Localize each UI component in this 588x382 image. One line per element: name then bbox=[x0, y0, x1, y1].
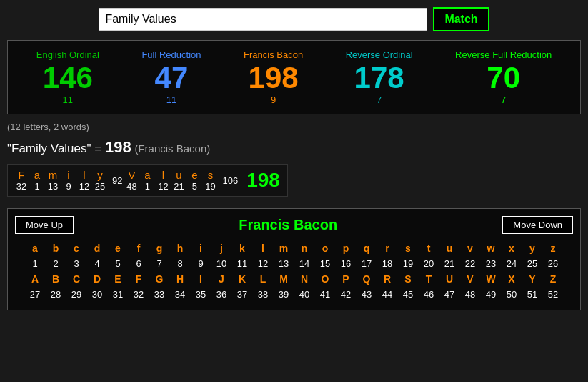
kb-cell: B bbox=[46, 272, 66, 286]
kb-cell: 2 bbox=[46, 257, 66, 270]
kb-cell: 18 bbox=[377, 257, 398, 270]
stat-value-full-reduction: 47 bbox=[141, 63, 201, 93]
letter-num: 5 bbox=[188, 181, 201, 192]
stat-label-francis-bacon: Francis Bacon bbox=[244, 49, 303, 60]
kb-cell: 48 bbox=[460, 288, 481, 301]
kb-cell: F bbox=[129, 272, 149, 286]
move-down-button[interactable]: Move Down bbox=[502, 216, 573, 234]
letter-group: a1 bbox=[141, 169, 154, 192]
kb-cell: 3 bbox=[66, 257, 87, 270]
kb-cell: 14 bbox=[294, 257, 315, 270]
kb-cell: M bbox=[274, 272, 294, 286]
kb-cell: 44 bbox=[377, 288, 398, 301]
kb-cell: n bbox=[294, 241, 315, 255]
kb-cell: k bbox=[232, 241, 253, 255]
stat-sub-francis-bacon: 9 bbox=[244, 94, 303, 105]
kb-cell: 7 bbox=[149, 257, 170, 270]
letter-char: u bbox=[172, 169, 185, 181]
letter-group: l12 bbox=[156, 169, 169, 192]
kb-cell: q bbox=[357, 241, 377, 255]
search-input[interactable] bbox=[99, 8, 427, 31]
keyboard-section: Move Up Francis Bacon Move Down abcdefgh… bbox=[7, 208, 581, 310]
kb-cell: Q bbox=[357, 272, 377, 286]
letter-group: s19 bbox=[204, 169, 216, 192]
kb-cell: 33 bbox=[149, 288, 170, 301]
partial-sum-2: 106 bbox=[222, 175, 238, 186]
kb-cell: a bbox=[25, 241, 46, 255]
keyboard-lowercase-numbers: 1234567891011121314151617181920212223242… bbox=[15, 257, 573, 270]
keyboard-uppercase-letters: ABCDEFGHIJKLMNOPQRSTUVWXYZ bbox=[15, 272, 573, 286]
letter-group: V48 bbox=[125, 169, 138, 192]
kb-cell: C bbox=[66, 272, 87, 286]
letter-info: (12 letters, 2 words) bbox=[7, 122, 581, 132]
kb-cell: 1 bbox=[25, 257, 46, 270]
stat-value-reverse-full-reduction: 70 bbox=[455, 63, 552, 93]
kb-cell: p bbox=[336, 241, 357, 255]
kb-cell: 25 bbox=[522, 257, 543, 270]
letter-group: l12 bbox=[78, 169, 91, 192]
equation-line: "Family Values" = 198 (Francis Bacon) bbox=[7, 138, 581, 157]
kb-cell: 46 bbox=[419, 288, 439, 301]
kb-cell: v bbox=[460, 241, 481, 255]
stat-francis-bacon: Francis Bacon 198 9 bbox=[244, 49, 303, 105]
move-up-button[interactable]: Move Up bbox=[15, 216, 74, 234]
kb-cell: Z bbox=[543, 272, 564, 286]
letter-group: y25 bbox=[94, 169, 106, 192]
letter-num: 25 bbox=[94, 181, 106, 192]
letter-char: F bbox=[15, 169, 28, 181]
breakdown-total: 198 bbox=[246, 169, 280, 192]
kb-cell: 20 bbox=[419, 257, 439, 270]
kb-cell: 23 bbox=[481, 257, 502, 270]
match-button[interactable]: Match bbox=[433, 7, 489, 31]
kb-cell: W bbox=[481, 272, 502, 286]
kb-cell: 34 bbox=[170, 288, 191, 301]
letter-group: u21 bbox=[172, 169, 185, 192]
stat-value-english-ordinal: 146 bbox=[36, 63, 99, 93]
kb-cell: L bbox=[253, 272, 274, 286]
kb-cell: 52 bbox=[543, 288, 564, 301]
kb-cell: 16 bbox=[336, 257, 357, 270]
kb-cell: 31 bbox=[108, 288, 129, 301]
stats-box: English Ordinal 146 11 Full Reduction 47… bbox=[7, 40, 581, 114]
kb-cell: S bbox=[398, 272, 419, 286]
kb-cell: 41 bbox=[315, 288, 336, 301]
kb-cell: 32 bbox=[129, 288, 149, 301]
kb-cell: G bbox=[149, 272, 170, 286]
letter-char: V bbox=[125, 169, 138, 181]
kb-cell: A bbox=[25, 272, 46, 286]
letter-char: a bbox=[141, 169, 154, 181]
letter-num: 21 bbox=[172, 181, 185, 192]
kb-cell: 4 bbox=[87, 257, 108, 270]
kb-cell: 42 bbox=[336, 288, 357, 301]
kb-cell: 8 bbox=[170, 257, 191, 270]
kb-cell: 6 bbox=[129, 257, 149, 270]
kb-cell: 11 bbox=[232, 257, 253, 270]
kb-cell: R bbox=[377, 272, 398, 286]
letter-char: e bbox=[188, 169, 201, 181]
letter-char: y bbox=[94, 169, 106, 181]
kb-cell: 17 bbox=[357, 257, 377, 270]
kb-cell: w bbox=[481, 241, 502, 255]
kb-cell: T bbox=[419, 272, 439, 286]
kb-cell: 49 bbox=[481, 288, 502, 301]
kb-cell: 10 bbox=[211, 257, 232, 270]
kb-cell: 21 bbox=[439, 257, 460, 270]
kb-cell: 27 bbox=[25, 288, 46, 301]
equation-value: 198 bbox=[105, 138, 131, 156]
keyboard-lowercase-letters: abcdefghijklmnopqrstuvwxyz bbox=[15, 241, 573, 255]
equation-equals: = bbox=[94, 142, 105, 155]
letter-num: 32 bbox=[15, 181, 28, 192]
kb-cell: 38 bbox=[253, 288, 274, 301]
kb-cell: 15 bbox=[315, 257, 336, 270]
kb-cell: f bbox=[129, 241, 149, 255]
kb-cell: 43 bbox=[357, 288, 377, 301]
letter-num: 12 bbox=[156, 181, 169, 192]
stat-english-ordinal: English Ordinal 146 11 bbox=[36, 49, 99, 105]
letter-num: 1 bbox=[141, 181, 154, 192]
letter-num: 48 bbox=[125, 181, 138, 192]
kb-cell: j bbox=[211, 241, 232, 255]
kb-cell: J bbox=[211, 272, 232, 286]
stat-reverse-ordinal: Reverse Ordinal 178 7 bbox=[346, 49, 413, 105]
kb-cell: P bbox=[336, 272, 357, 286]
kb-cell: 9 bbox=[191, 257, 211, 270]
